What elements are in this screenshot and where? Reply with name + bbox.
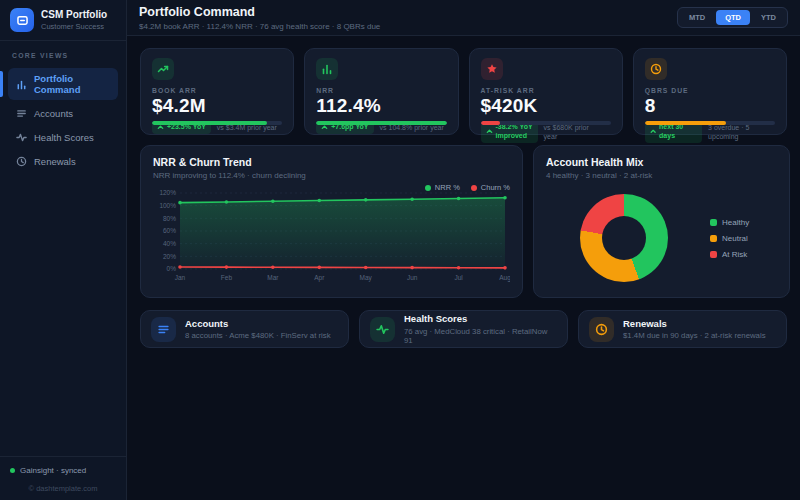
legend-swatch (710, 235, 717, 242)
svg-text:Aug: Aug (499, 274, 510, 282)
svg-text:May: May (360, 274, 373, 282)
progress-fill (316, 121, 446, 125)
progress-bar (645, 121, 775, 125)
panel-title: NRR & Churn Trend (153, 156, 510, 168)
sidebar-nav: CORE VIEWS Portfolio Command Accounts (0, 41, 126, 456)
svg-text:Jan: Jan (175, 274, 186, 281)
activity-icon (16, 132, 27, 143)
shortcut-subtitle: 76 avg · MedCloud 38 critical · RetailNo… (404, 327, 557, 345)
nrr-churn-trend-panel: NRR & Churn Trend NRR improving to 112.4… (140, 145, 523, 298)
svg-text:Apr: Apr (314, 274, 325, 282)
sidebar-item-health-scores[interactable]: Health Scores (8, 127, 118, 148)
shortcut-title: Health Scores (404, 313, 557, 324)
sidebar-item-label: Accounts (34, 108, 73, 119)
content-area: BOOK ARR $4.2M +23.5% YoY vs $3.4M prior… (127, 36, 800, 360)
sidebar-item-portfolio-command[interactable]: Portfolio Command (8, 68, 118, 100)
sidebar-item-label: Health Scores (34, 132, 94, 143)
brand-name: CSM Portfolio (41, 9, 107, 21)
svg-text:120%: 120% (159, 189, 176, 196)
bar-chart-icon (16, 79, 27, 90)
svg-text:60%: 60% (163, 227, 176, 234)
sync-status: Gainsight · synced (10, 466, 116, 475)
trending-up-icon (152, 58, 174, 80)
toggle-ytd[interactable]: YTD (752, 10, 785, 25)
progress-fill (152, 121, 267, 125)
kpi-label: NRR (316, 87, 446, 94)
legend-item-nrr: NRR % (425, 183, 460, 192)
panel-subtitle: NRR improving to 112.4% · churn declinin… (153, 171, 510, 180)
kpi-value: 112.4% (316, 95, 446, 117)
kpi-card-qbrs-due: QBRS DUE 8 next 30 days 3 overdue · 5 up… (633, 48, 787, 135)
progress-bar (316, 121, 446, 125)
logo-icon (10, 8, 34, 32)
svg-text:Mar: Mar (267, 274, 279, 281)
svg-text:Feb: Feb (221, 274, 233, 281)
sidebar-item-label: Portfolio Command (34, 73, 110, 95)
date-range-toggle: MTD QTD YTD (677, 7, 788, 28)
legend-item-neutral: Neutral (710, 234, 749, 243)
list-icon (151, 317, 176, 342)
kpi-comparison: vs $680K prior year (544, 123, 602, 141)
main-content: Portfolio Command $4.2M book ARR · 112.4… (127, 0, 800, 500)
sidebar-item-accounts[interactable]: Accounts (8, 103, 118, 124)
svg-text:Jul: Jul (454, 274, 463, 281)
kpi-value: $4.2M (152, 95, 282, 117)
sidebar-item-label: Renewals (34, 156, 76, 167)
panel-subtitle: 4 healthy · 3 neutral · 2 at-risk (546, 171, 777, 180)
legend-dot (425, 185, 431, 191)
progress-bar (152, 121, 282, 125)
list-icon (16, 108, 27, 119)
shortcut-subtitle: $1.4M due in 90 days · 2 at-risk renewal… (623, 331, 766, 340)
kpi-value: 8 (645, 95, 775, 117)
page-title: Portfolio Command (139, 5, 380, 20)
alert-icon (481, 58, 503, 80)
clock-icon (16, 156, 27, 167)
legend-item-at-risk: At Risk (710, 250, 749, 259)
progress-fill (481, 121, 501, 125)
health-mix-donut (580, 194, 668, 282)
donut-legend: Healthy Neutral At Risk (710, 218, 749, 259)
panel-title: Account Health Mix (546, 156, 777, 168)
sidebar-footer: Gainsight · synced © dashtemplate.com (0, 456, 126, 500)
toggle-mtd[interactable]: MTD (680, 10, 714, 25)
toggle-qtd[interactable]: QTD (716, 10, 750, 25)
kpi-label: BOOK ARR (152, 87, 282, 94)
sidebar-item-renewals[interactable]: Renewals (8, 151, 118, 172)
kpi-row: BOOK ARR $4.2M +23.5% YoY vs $3.4M prior… (140, 48, 787, 135)
legend-swatch (710, 219, 717, 226)
kpi-comparison: 3 overdue · 5 upcoming (708, 123, 775, 141)
shortcut-card-health-scores[interactable]: Health Scores 76 avg · MedCloud 38 criti… (359, 310, 568, 348)
shortcut-title: Accounts (185, 318, 331, 329)
brand-subtitle: Customer Success (41, 22, 107, 31)
brand: CSM Portfolio Customer Success (0, 0, 126, 41)
svg-text:100%: 100% (159, 202, 176, 209)
shortcut-title: Renewals (623, 318, 766, 329)
kpi-label: AT-RISK ARR (481, 87, 611, 94)
legend-item-healthy: Healthy (710, 218, 749, 227)
kpi-card-at-risk-arr: AT-RISK ARR $420K -38.2% YoYimproved vs … (469, 48, 623, 135)
clock-icon (589, 317, 614, 342)
progress-fill (645, 121, 726, 125)
shortcut-card-accounts[interactable]: Accounts 8 accounts · Acme $480K · FinSe… (140, 310, 349, 348)
legend-item-churn: Churn % (471, 183, 510, 192)
shortcut-card-renewals[interactable]: Renewals $1.4M due in 90 days · 2 at-ris… (578, 310, 787, 348)
svg-text:Jun: Jun (407, 274, 418, 281)
kpi-label: QBRS DUE (645, 87, 775, 94)
chevron-up-icon (650, 128, 656, 135)
page-header: Portfolio Command $4.2M book ARR · 112.4… (127, 0, 800, 36)
status-dot-icon (10, 468, 15, 473)
bar-chart-icon (316, 58, 338, 80)
shortcut-row: Accounts 8 accounts · Acme $480K · FinSe… (140, 310, 787, 348)
page-subtitle: $4.2M book ARR · 112.4% NRR · 76 avg hea… (139, 22, 380, 31)
shortcut-subtitle: 8 accounts · Acme $480K · FinServ at ris… (185, 331, 331, 340)
svg-text:0%: 0% (167, 265, 177, 272)
activity-icon (370, 317, 395, 342)
sidebar-section-label: CORE VIEWS (12, 52, 114, 59)
svg-text:40%: 40% (163, 240, 176, 247)
svg-text:80%: 80% (163, 215, 176, 222)
account-health-mix-panel: Account Health Mix 4 healthy · 3 neutral… (533, 145, 790, 298)
chart-legend: NRR % Churn % (425, 183, 510, 192)
progress-bar (481, 121, 611, 125)
sidebar: CSM Portfolio Customer Success CORE VIEW… (0, 0, 127, 500)
copyright: © dashtemplate.com (10, 484, 116, 493)
